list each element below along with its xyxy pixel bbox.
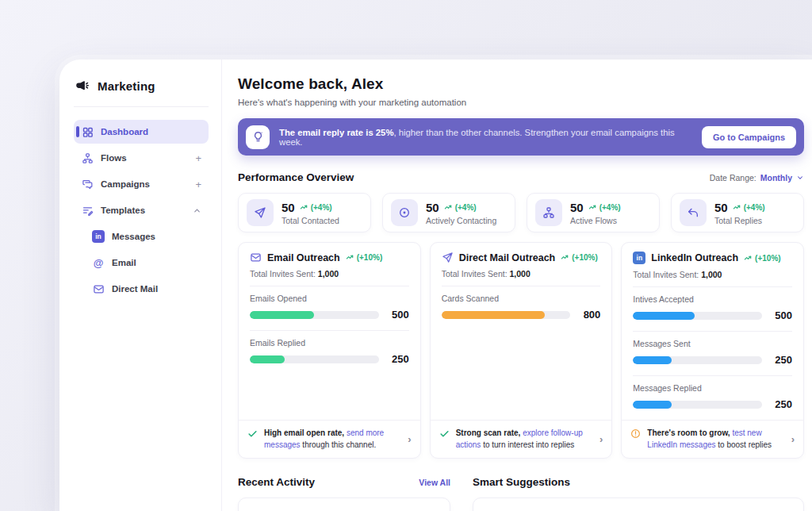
- bottom-section: Recent Activity View All 5 new replies f…: [238, 476, 804, 511]
- metric-invites-accepted: Intives Accepted 500: [633, 286, 792, 331]
- check-icon: [439, 428, 450, 439]
- sidebar-item-label: Campaigns: [101, 179, 150, 189]
- campaign-card-linkedin: in LinkedIn Outreach (+10%) Total Invite…: [621, 242, 804, 459]
- suggestion-item[interactable]: Add credits to keep Flow running: [473, 498, 804, 511]
- invites-sent: Total Invites Sent: 1,000: [442, 269, 601, 279]
- metric-messages-sent: Messages Sent 250: [633, 331, 792, 375]
- expand-plus-icon[interactable]: +: [195, 179, 201, 190]
- trend-up-icon: (+4%): [444, 203, 477, 212]
- expand-plus-icon[interactable]: +: [195, 152, 201, 164]
- alert-icon: [630, 428, 641, 439]
- sidebar-item-messages[interactable]: in Messages: [85, 225, 209, 248]
- brand-header: Marketing: [74, 77, 209, 94]
- at-icon: @: [92, 256, 105, 269]
- invites-sent: Total Invites Sent: 1,000: [633, 270, 792, 279]
- send-icon: [442, 252, 454, 263]
- send-icon: [247, 199, 274, 226]
- reply-icon: [680, 199, 707, 226]
- campaign-card-email: Email Outreach (+10%) Total Invites Sent…: [238, 242, 421, 459]
- sidebar-item-direct-mail[interactable]: Direct Mail: [85, 277, 209, 301]
- metric-value: 250: [387, 353, 409, 365]
- chevron-right-icon[interactable]: ›: [408, 433, 411, 445]
- stat-card-actively-contacting[interactable]: 50 (+4%) Actively Contacting: [382, 193, 515, 232]
- stat-label: Actively Contacting: [426, 216, 496, 225]
- chevron-down-icon: [796, 174, 804, 182]
- flows-icon: [535, 199, 562, 226]
- campaigns-icon: [81, 178, 94, 190]
- sidebar-item-label: Templates: [101, 206, 145, 215]
- active-indicator: [76, 126, 79, 137]
- sidebar-item-label: Flows: [101, 153, 127, 163]
- check-icon: [247, 428, 258, 439]
- metric-value: 250: [770, 398, 792, 410]
- sidebar: Marketing Dashboard Flows +: [59, 60, 222, 511]
- stat-value: 50: [570, 201, 584, 214]
- metric-emails-opened: Emails Opened 500: [250, 286, 409, 330]
- sidebar-item-label: Direct Mail: [112, 284, 158, 294]
- trend-up-icon: (+4%): [588, 203, 621, 212]
- metric-emails-replied: Emails Replied 250: [250, 330, 409, 375]
- smart-suggestions-column: Smart Suggestions Add credits to keep Fl…: [473, 476, 804, 511]
- trend-up-icon: (+10%): [561, 253, 598, 262]
- sidebar-item-templates[interactable]: Templates: [74, 198, 209, 222]
- progress-bar: [633, 312, 762, 320]
- recent-activity-column: Recent Activity View All 5 new replies f…: [238, 476, 450, 511]
- campaign-title: Direct Mail Outreach: [459, 252, 556, 263]
- campaign-note[interactable]: Strong scan rate, explore follow-up acti…: [431, 420, 612, 458]
- metric-messages-replied: Messages Replied 250: [633, 375, 792, 420]
- sidebar-item-dashboard[interactable]: Dashboard: [74, 120, 209, 144]
- note-text: Strong scan rate, explore follow-up acti…: [456, 428, 593, 451]
- progress-bar: [633, 401, 762, 409]
- banner-message: The email reply rate is 25%, higher than…: [279, 128, 692, 147]
- page-subtitle: Here's what's happening with your market…: [238, 98, 804, 107]
- stat-value: 50: [282, 201, 295, 214]
- sidebar-item-flows[interactable]: Flows +: [74, 146, 209, 170]
- activity-item[interactable]: 5 new replies from Campaign X: [238, 498, 450, 511]
- sidebar-item-campaigns[interactable]: Campaigns +: [74, 172, 209, 196]
- trend-up-icon: (+10%): [744, 254, 781, 263]
- stat-card-active-flows[interactable]: 50 (+4%) Active Flows: [527, 193, 660, 232]
- note-text: High email open rate, send more messages…: [264, 428, 401, 451]
- campaign-note[interactable]: There's room to grow, test new LinkedIn …: [622, 420, 803, 458]
- campaign-title: Email Outreach: [267, 252, 340, 263]
- megaphone-icon: [75, 79, 90, 94]
- app-window: Marketing Dashboard Flows +: [59, 60, 812, 511]
- section-title: Performance Overview: [238, 171, 354, 183]
- performance-overview-header: Performance Overview Date Range: Monthly: [238, 171, 804, 183]
- campaign-note[interactable]: High email open rate, send more messages…: [239, 420, 420, 458]
- trend-up-icon: (+10%): [346, 253, 383, 262]
- invites-sent: Total Invites Sent: 1,000: [250, 269, 409, 279]
- dashboard-grid-icon: [81, 125, 94, 138]
- page-title: Welcome back, Alex: [238, 75, 804, 93]
- linkedin-icon: in: [633, 252, 645, 264]
- envelope-icon: [250, 252, 262, 263]
- date-range-dropdown[interactable]: Date Range: Monthly: [710, 173, 804, 182]
- progress-bar: [442, 311, 571, 319]
- metric-cards-scanned: Cards Scanned 800: [442, 286, 601, 330]
- view-all-link[interactable]: View All: [419, 478, 450, 487]
- progress-bar: [633, 356, 762, 364]
- metric-value: 800: [578, 309, 600, 321]
- stat-label: Total Replies: [714, 216, 765, 225]
- stats-row: 50 (+4%) Total Contacted 50: [238, 193, 804, 232]
- metric-value: 500: [387, 309, 409, 321]
- chevron-right-icon[interactable]: ›: [791, 433, 795, 445]
- sidebar-item-email[interactable]: @ Email: [85, 251, 209, 275]
- progress-bar: [250, 355, 379, 363]
- sidebar-item-label: Messages: [112, 232, 155, 241]
- envelope-icon: [92, 282, 105, 295]
- go-to-campaigns-button[interactable]: Go to Campaigns: [702, 126, 796, 148]
- insight-banner: The email reply rate is 25%, higher than…: [238, 118, 804, 156]
- chevron-right-icon[interactable]: ›: [599, 433, 603, 445]
- sidebar-item-label: Dashboard: [101, 127, 148, 136]
- flows-icon: [81, 152, 94, 164]
- campaign-card-direct-mail: Direct Mail Outreach (+10%) Total Invite…: [430, 242, 613, 459]
- stat-card-total-contacted[interactable]: 50 (+4%) Total Contacted: [238, 193, 371, 232]
- metric-value: 250: [770, 354, 792, 366]
- campaign-row: Email Outreach (+10%) Total Invites Sent…: [238, 242, 804, 459]
- stat-card-total-replies[interactable]: 50 (+4%) Total Replies: [671, 193, 804, 232]
- trend-up-icon: (+4%): [300, 203, 332, 212]
- chevron-up-icon[interactable]: [193, 206, 201, 215]
- lightbulb-icon: [246, 125, 270, 149]
- stat-label: Total Contacted: [282, 216, 339, 225]
